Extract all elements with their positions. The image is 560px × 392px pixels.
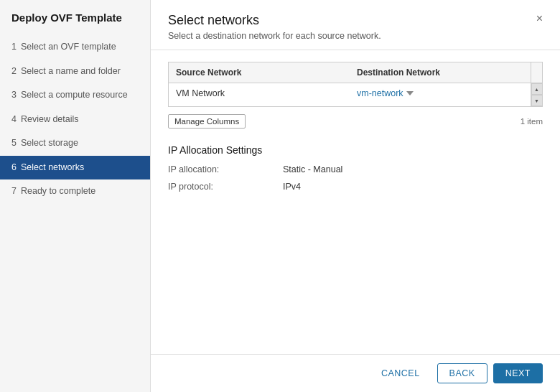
ip-allocation-label: IP allocation: (168, 164, 283, 174)
dialog-footer: CANCEL BACK NEXT (151, 354, 560, 392)
col-destination-network: Destination Network (350, 62, 531, 83)
table-scrollbar: ▲ ▼ (531, 83, 542, 106)
table-row: VM Network vm-network (169, 83, 531, 106)
close-button[interactable]: × (536, 13, 543, 24)
sidebar-item-4[interactable]: 4 Review details (0, 108, 150, 132)
back-button[interactable]: BACK (437, 363, 487, 383)
main-header-text: Select networks Select a destination net… (168, 13, 381, 41)
ip-section-title: IP Allocation Settings (168, 144, 543, 156)
step-5-label: Select storage (21, 137, 78, 150)
cancel-button[interactable]: CANCEL (370, 364, 431, 383)
step-2-num: 2 (11, 65, 17, 78)
step-7-label: Ready to complete (21, 185, 95, 198)
sidebar-item-6[interactable]: 6 Select networks (0, 156, 150, 180)
scrollbar-down-arrow[interactable]: ▼ (531, 95, 543, 106)
ip-protocol-row: IP protocol: IPv4 (168, 182, 543, 192)
header-scrollbar-spacer (531, 62, 542, 83)
step-3-num: 3 (11, 89, 17, 102)
deploy-ovf-dialog: Deploy OVF Template 1 Select an OVF temp… (0, 0, 560, 392)
step-6-label: Select networks (21, 162, 84, 174)
sidebar-item-3[interactable]: 3 Select a compute resource (0, 83, 150, 108)
step-1-label: Select an OVF template (21, 41, 116, 54)
sidebar-item-7[interactable]: 7 Ready to complete (0, 179, 150, 204)
network-table: Source Network Destination Network VM Ne… (168, 62, 543, 107)
ip-protocol-label: IP protocol: (168, 182, 283, 192)
ip-protocol-value: IPv4 (283, 182, 301, 192)
items-count: 1 item (521, 117, 543, 126)
manage-columns-button[interactable]: Manage Columns (168, 114, 246, 129)
step-2-label: Select a name and folder (21, 65, 121, 78)
ip-allocation-row: IP allocation: Static - Manual (168, 164, 543, 174)
step-4-num: 4 (11, 113, 17, 126)
table-footer-row: Manage Columns 1 item (168, 111, 543, 131)
col-source-network: Source Network (169, 62, 350, 83)
main-header: Select networks Select a destination net… (151, 0, 560, 50)
sidebar-item-2[interactable]: 2 Select a name and folder (0, 60, 150, 84)
step-6-num: 6 (11, 162, 17, 174)
sidebar-item-1[interactable]: 1 Select an OVF template (0, 35, 150, 60)
destination-network-select[interactable]: vm-network (357, 88, 415, 98)
table-body: VM Network vm-network ▲ ▼ (169, 83, 542, 106)
main-body: Source Network Destination Network VM Ne… (151, 50, 560, 354)
sidebar-title: Deploy OVF Template (0, 11, 150, 35)
destination-network-cell: vm-network (350, 83, 531, 106)
sidebar-item-5[interactable]: 5 Select storage (0, 131, 150, 156)
ip-allocation-value: Static - Manual (283, 164, 342, 174)
step-5-num: 5 (11, 137, 17, 150)
page-title: Select networks (168, 13, 381, 28)
table-header: Source Network Destination Network (169, 62, 542, 83)
scrollbar-up-arrow[interactable]: ▲ (531, 83, 543, 95)
source-network-cell: VM Network (169, 83, 350, 106)
sidebar: Deploy OVF Template 1 Select an OVF temp… (0, 0, 151, 392)
next-button[interactable]: NEXT (493, 363, 543, 383)
main-content: Select networks Select a destination net… (151, 0, 560, 392)
step-4-label: Review details (21, 113, 79, 126)
step-3-label: Select a compute resource (21, 89, 128, 102)
page-subtitle: Select a destination network for each so… (168, 31, 381, 41)
step-1-num: 1 (11, 41, 17, 54)
step-7-num: 7 (11, 185, 17, 198)
